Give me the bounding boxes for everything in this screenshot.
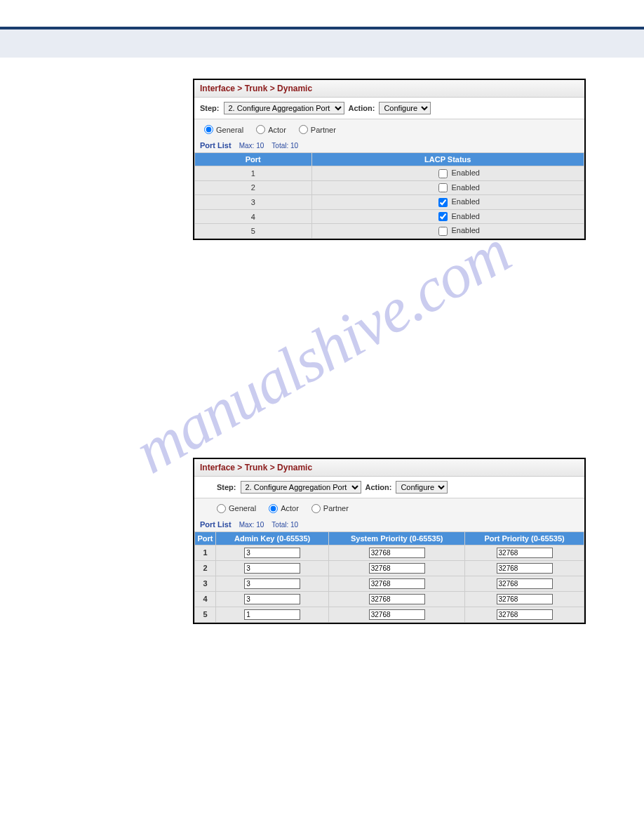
cell-port: 3 [195, 576, 216, 591]
radio-partner-label: Partner [323, 504, 349, 512]
port-list-title: Port List [200, 141, 232, 150]
cell-port: 4 [195, 591, 216, 607]
sys-priority-input[interactable] [369, 548, 425, 558]
cell-port: 1 [195, 545, 216, 560]
cell-port: 5 [195, 224, 312, 239]
th-port: Port [195, 153, 312, 166]
cell-port: 4 [195, 209, 312, 224]
admin-key-input[interactable] [244, 609, 300, 620]
cell-port: 3 [195, 195, 312, 210]
radio-general[interactable] [204, 125, 213, 134]
table-row: 3 [195, 576, 584, 591]
port-priority-input[interactable] [497, 609, 553, 620]
panel-lacp-actor: Interface > Trunk > Dynamic Step: 2. Con… [193, 458, 586, 624]
port-priority-input[interactable] [497, 594, 553, 604]
radio-general[interactable] [217, 504, 226, 513]
th-lacp: LACP Status [311, 153, 584, 166]
radio-actor[interactable] [256, 125, 265, 134]
radio-general-label: General [229, 504, 256, 512]
cell-port: 2 [195, 180, 312, 195]
lacp-checkbox[interactable] [438, 183, 448, 192]
th-port: Port [195, 531, 216, 545]
port-list-max: Max: 10 [239, 521, 264, 529]
port-priority-input[interactable] [497, 548, 553, 558]
sys-priority-input[interactable] [369, 563, 425, 574]
step-bar: Step: 2. Configure Aggregation Port Acti… [194, 98, 584, 119]
port-list-title: Port List [200, 520, 232, 529]
step-bar: Step: 2. Configure Aggregation Port Acti… [194, 477, 584, 498]
admin-key-input[interactable] [244, 594, 300, 604]
action-select[interactable]: Configure [379, 102, 431, 114]
admin-key-input[interactable] [244, 563, 300, 574]
watermark: manualshive.com [123, 216, 522, 488]
sys-priority-input[interactable] [369, 578, 425, 589]
port-list-meta: Port List Max: 10 Total: 10 [194, 140, 584, 152]
th-sys: System Priority (0-65535) [329, 531, 465, 545]
lacp-checkbox[interactable] [438, 212, 448, 221]
table-row: 3Enabled [195, 195, 584, 210]
table-row: 1 [195, 545, 584, 560]
action-select[interactable]: Configure [396, 481, 448, 494]
radio-actor-label: Actor [281, 504, 299, 512]
lacp-label: Enabled [452, 168, 480, 177]
cell-port: 5 [195, 607, 216, 622]
port-list-max: Max: 10 [239, 142, 264, 150]
step-select[interactable]: 2. Configure Aggregation Port [224, 102, 344, 114]
sys-priority-input[interactable] [369, 594, 425, 604]
th-admin: Admin Key (0-65535) [216, 531, 329, 545]
port-priority-input[interactable] [497, 563, 553, 574]
port-list-meta: Port List Max: 10 Total: 10 [194, 519, 584, 531]
admin-key-input[interactable] [244, 578, 300, 589]
lacp-checkbox[interactable] [438, 198, 448, 207]
radio-actor[interactable] [269, 504, 278, 513]
lacp-label: Enabled [452, 183, 480, 192]
lacp-table: Port LACP Status 1Enabled 2Enabled 3Enab… [194, 152, 584, 239]
table-row: 1Enabled [195, 166, 584, 181]
port-list-total: Total: 10 [271, 521, 298, 529]
port-priority-input[interactable] [497, 578, 553, 589]
action-label: Action: [349, 104, 375, 112]
cell-port: 1 [195, 166, 312, 181]
table-row: 2 [195, 560, 584, 576]
tab-radio-row: General Actor Partner [194, 119, 584, 140]
table-row: 5Enabled [195, 224, 584, 239]
table-row: 4 [195, 591, 584, 607]
table-row: 2Enabled [195, 180, 584, 195]
lacp-label: Enabled [452, 212, 480, 220]
sys-priority-input[interactable] [369, 609, 425, 620]
radio-actor-label: Actor [268, 126, 286, 134]
th-pri: Port Priority (0-65535) [465, 531, 584, 545]
step-select[interactable]: 2. Configure Aggregation Port [241, 481, 361, 494]
radio-partner[interactable] [311, 504, 321, 513]
cell-port: 2 [195, 560, 216, 576]
radio-partner[interactable] [299, 125, 308, 134]
lacp-checkbox[interactable] [438, 227, 448, 236]
table-row: 5 [195, 607, 584, 622]
action-label: Action: [365, 483, 392, 491]
admin-key-input[interactable] [244, 548, 300, 558]
panel-lacp-general: Interface > Trunk > Dynamic Step: 2. Con… [193, 79, 586, 240]
radio-general-label: General [216, 126, 243, 134]
table-row: 4Enabled [195, 209, 584, 224]
breadcrumb: Interface > Trunk > Dynamic [194, 80, 584, 98]
step-label: Step: [217, 483, 236, 491]
lacp-label: Enabled [452, 226, 480, 234]
actor-table: Port Admin Key (0-65535) System Priority… [194, 531, 584, 623]
breadcrumb: Interface > Trunk > Dynamic [194, 459, 584, 477]
header-banner [0, 29, 644, 58]
lacp-checkbox[interactable] [438, 169, 448, 178]
tab-radio-row: General Actor Partner [194, 498, 584, 519]
radio-partner-label: Partner [311, 126, 336, 134]
step-label: Step: [200, 104, 220, 112]
port-list-total: Total: 10 [271, 142, 298, 150]
lacp-label: Enabled [452, 197, 480, 206]
